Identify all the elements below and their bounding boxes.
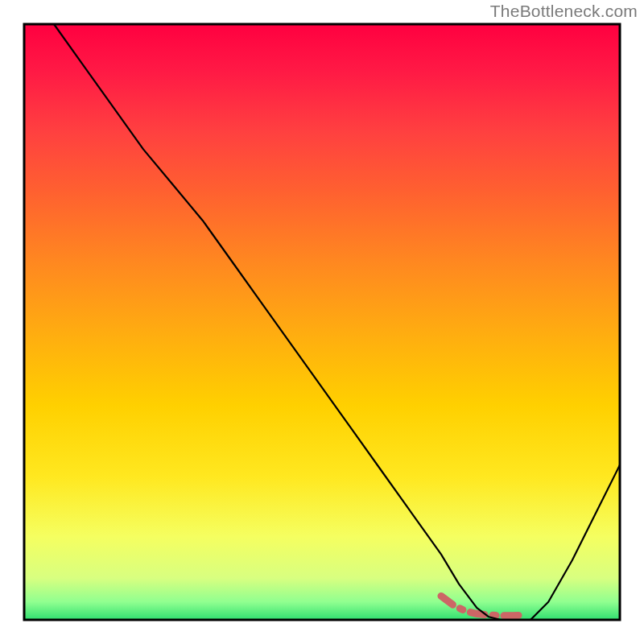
chart-svg [0,0,644,644]
plot-background [24,24,620,620]
chart-stage: TheBottleneck.com [0,0,644,644]
